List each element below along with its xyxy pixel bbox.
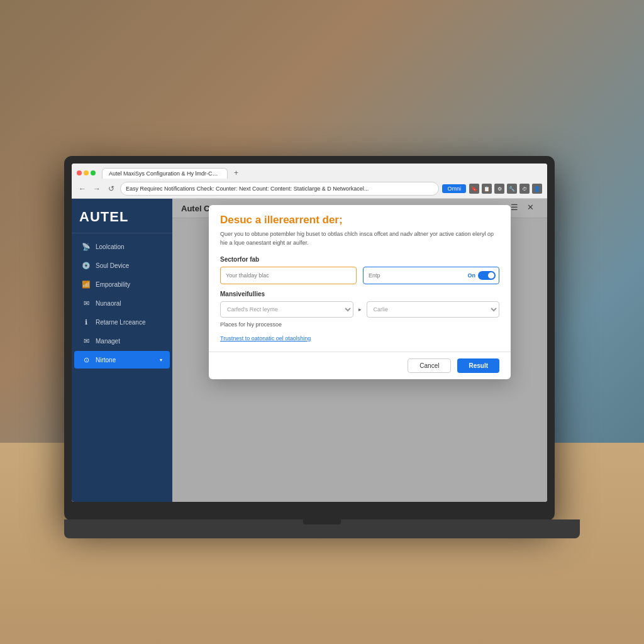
laptop: Autel MaxiSys Configuration & Hy lmdr-Co… [64, 156, 580, 538]
bookmark-icon[interactable]: 🔖 [469, 184, 479, 194]
sidebar-logo: AUTEL [72, 204, 172, 233]
sidebar-item-managet[interactable]: ✉ Managet [74, 332, 170, 350]
submit-button[interactable]: Result [457, 358, 499, 373]
sidebar-item-label: Managet [96, 338, 120, 345]
back-button[interactable]: ← [77, 183, 88, 194]
sidebar-item-nirtone[interactable]: ⊙ Nirtone ▾ [74, 351, 170, 369]
window-controls [77, 170, 96, 175]
sidebar-item-retarne[interactable]: ℹ Retarne Lrceance [74, 313, 170, 331]
modal-body: Desuc a illerearrent der; Quer you to ob… [209, 205, 511, 352]
toggle-switch[interactable] [478, 271, 496, 280]
modal-footer: Cancel Result [209, 352, 511, 379]
dialog-heading: Desuc a illerearrent der; [220, 214, 499, 226]
close-window-dot[interactable] [77, 170, 82, 175]
sidebar-item-nunaoral[interactable]: ✉ Nunaoral [74, 294, 170, 312]
device-icon: 💿 [82, 261, 91, 270]
minimize-window-dot[interactable] [84, 170, 89, 175]
settings-icon[interactable]: ⚙ [494, 184, 504, 194]
omni-button[interactable]: Omni [442, 184, 466, 193]
new-tab-button[interactable]: + [230, 167, 242, 179]
sidebar-item-label: Soul Device [96, 262, 129, 269]
select-field-1[interactable]: Carfed's Rect leyme [220, 301, 353, 318]
address-bar[interactable] [120, 182, 439, 196]
tools-icon[interactable]: 🔧 [507, 184, 517, 194]
cancel-button[interactable]: Cancel [408, 358, 451, 373]
tab-label: Autel MaxiSys Configuration & Hy lmdr-Co… [109, 170, 228, 177]
subsection-label: Mansiveifullies [220, 291, 499, 297]
browser-toolbar: ← → ↺ Omni 🔖 📋 ⚙ 🔧 ⏱ 👤 [77, 182, 542, 196]
input-field-1[interactable] [220, 267, 357, 284]
info-icon: ℹ [82, 318, 91, 326]
maximize-window-dot[interactable] [91, 170, 96, 175]
manage-icon: ✉ [82, 336, 91, 345]
laptop-frame: Autel MaxiSys Configuration & Hy lmdr-Co… [64, 156, 555, 521]
sidebar-item-location[interactable]: 📡 Loolcation [74, 238, 170, 255]
sidebar: AUTEL 📡 Loolcation 💿 Soul Device 📶 [72, 199, 172, 502]
forward-button[interactable]: → [91, 183, 103, 194]
profile-icon[interactable]: 👤 [532, 184, 542, 194]
sidebar-item-label: Nunaoral [96, 300, 121, 307]
chevron-down-icon: ▾ [160, 357, 162, 363]
location-icon: 📡 [82, 242, 91, 251]
circle-icon: ⊙ [82, 355, 91, 364]
form-row-inputs: On [220, 267, 499, 284]
form-row-selects: Carfed's Rect leyme ▸ Carlie [220, 301, 499, 318]
mail-icon: ✉ [82, 299, 91, 308]
laptop-screen: Autel MaxiSys Configuration & Hy lmdr-Co… [72, 164, 547, 502]
select-field-2[interactable]: Carlie [367, 301, 500, 318]
toggle-knob [488, 272, 494, 279]
browser-chrome: Autel MaxiSys Configuration & Hy lmdr-Co… [72, 164, 547, 199]
laptop-notch [303, 519, 341, 525]
sidebar-item-label: Nirtone [96, 357, 116, 364]
browser-tab-bar: Autel MaxiSys Configuration & Hy lmdr-Co… [77, 167, 542, 179]
browser-icons: 🔖 📋 ⚙ 🔧 ⏱ 👤 [469, 184, 542, 194]
reload-button[interactable]: ↺ [106, 183, 117, 194]
input-group-2: On [363, 267, 499, 284]
app-layout: AUTEL 📡 Loolcation 💿 Soul Device 📶 [72, 199, 547, 502]
toggle-on-label: On [468, 272, 476, 279]
logo-text: AUTEL [79, 209, 128, 225]
section-label: Sectorfor fab [220, 256, 499, 263]
dialog-description: Quer you to obtune potembler hig buset t… [220, 230, 499, 247]
sidebar-item-soul-device[interactable]: 💿 Soul Device [74, 257, 170, 274]
active-tab[interactable]: Autel MaxiSys Configuration & Hy lmdr-Co… [102, 168, 228, 179]
signal-icon: 📶 [82, 280, 91, 289]
sidebar-item-emporability[interactable]: 📶 Emporability [74, 275, 170, 293]
sidebar-item-label: Retarne Lrceance [96, 319, 146, 326]
timer-icon[interactable]: ⏱ [519, 184, 530, 194]
processes-label: Places for hiy processoe [220, 321, 499, 328]
clipboard-icon[interactable]: 📋 [482, 184, 492, 194]
modal-overlay: Desuc a illerearrent der; Quer you to ob… [172, 199, 547, 502]
modal-dialog: Desuc a illerearrent der; Quer you to ob… [209, 205, 511, 379]
link-text[interactable]: Trustnest to oatonatic oel otaolshing [220, 335, 311, 341]
select-arrow-icon: ▸ [358, 306, 362, 313]
input-group-1 [220, 267, 357, 284]
sidebar-item-label: Emporability [96, 281, 130, 288]
laptop-base [64, 519, 580, 538]
main-content: Autel Contonibr ☰ ✕ Desuc a illerearrent… [172, 199, 547, 502]
sidebar-item-label: Loolcation [96, 243, 125, 250]
